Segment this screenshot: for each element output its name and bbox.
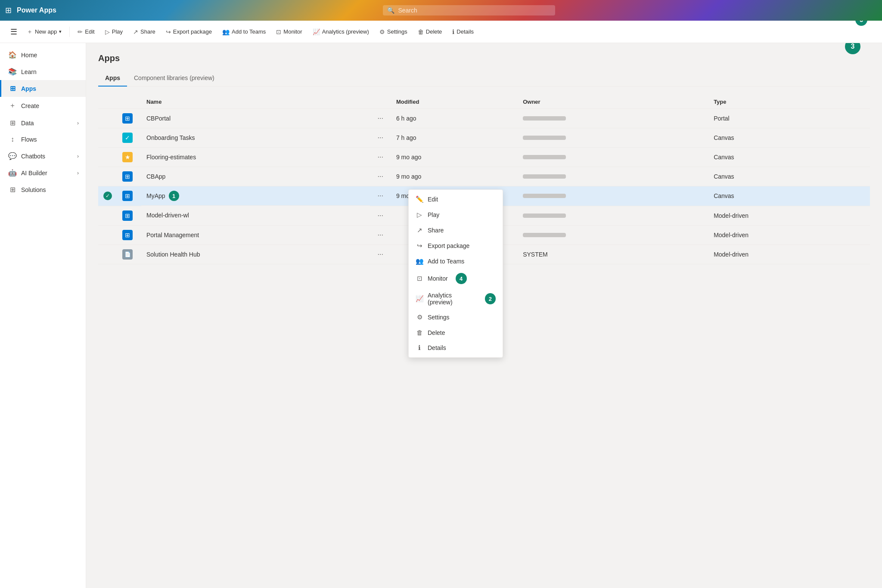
table-row[interactable]: ⊞ CBPortal ··· 6 h ago Portal	[98, 109, 870, 128]
col-more	[370, 95, 391, 109]
context-menu-details[interactable]: ℹ Details	[409, 340, 503, 356]
col-type[interactable]: Type	[708, 95, 870, 109]
row-check	[98, 109, 117, 128]
table-row[interactable]: ⊞ CBApp ··· 9 mo ago Canvas	[98, 167, 870, 186]
selected-check-icon: ✓	[103, 192, 112, 200]
export-menu-icon: ↪	[416, 242, 423, 250]
flows-icon: ↕	[8, 136, 17, 143]
share-button[interactable]: ↗ Share	[129, 26, 160, 38]
row-name[interactable]: Portal Management	[141, 225, 370, 244]
settings-button[interactable]: ⚙ Settings	[375, 26, 412, 38]
analytics-button[interactable]: 📈 Analytics (preview)	[308, 26, 373, 38]
sidebar-item-learn[interactable]: 📚 Learn	[0, 63, 86, 80]
row-more-button[interactable]: ···	[375, 152, 386, 162]
add-to-teams-button[interactable]: 👥 Add to Teams	[218, 26, 270, 38]
col-modified[interactable]: Modified	[391, 95, 518, 109]
play-button[interactable]: ▷ Play	[101, 26, 127, 38]
row-icon: ⊞	[117, 186, 141, 206]
badge-3-content: 3	[845, 43, 860, 54]
row-icon: ⊞	[117, 225, 141, 244]
sidebar-item-solutions[interactable]: ⊞ Solutions	[0, 181, 86, 198]
row-name[interactable]: CBPortal	[141, 109, 370, 128]
ai-builder-icon: 🤖	[8, 169, 17, 177]
owner-blurred	[523, 155, 566, 159]
row-name[interactable]: MyApp 1	[141, 186, 370, 206]
row-more-button[interactable]: ···	[375, 191, 386, 201]
table-row[interactable]: ★ Flooring-estimates ··· 9 mo ago Canvas	[98, 148, 870, 167]
sidebar-item-flows[interactable]: ↕ Flows	[0, 131, 86, 148]
tab-apps[interactable]: Apps	[98, 70, 127, 87]
col-owner[interactable]: Owner	[518, 95, 708, 109]
context-menu-export[interactable]: ↪ Export package	[409, 238, 503, 254]
row-icon: ⊞	[117, 167, 141, 186]
export-package-button[interactable]: ↪ Export package	[161, 26, 216, 38]
sidebar-label-solutions: Solutions	[21, 186, 46, 193]
play-icon: ▷	[105, 28, 110, 35]
col-icon	[117, 95, 141, 109]
details-menu-icon: ℹ	[416, 344, 423, 352]
row-name[interactable]: Solution Health Hub	[141, 244, 370, 264]
sidebar-item-create[interactable]: ＋ Create	[0, 97, 86, 115]
chatbots-chevron-icon: ›	[77, 153, 79, 159]
monitor-button[interactable]: ⊡ Monitor	[272, 26, 306, 38]
analytics-menu-icon: 📈	[416, 295, 423, 303]
row-check	[98, 206, 117, 225]
table-row[interactable]: ✓ Onboarding Tasks ··· 7 h ago Canvas	[98, 128, 870, 148]
row-more-button[interactable]: ···	[375, 172, 386, 181]
new-app-button[interactable]: ＋ New app ▾	[22, 25, 66, 38]
row-owner	[518, 148, 708, 167]
row-more-button[interactable]: ···	[375, 133, 386, 142]
row-more-button[interactable]: ···	[375, 250, 386, 259]
row-more-button[interactable]: ···	[375, 211, 386, 220]
row-more-button[interactable]: ···	[375, 114, 386, 123]
row-check	[98, 128, 117, 148]
col-name[interactable]: Name	[141, 95, 370, 109]
tab-component-libraries[interactable]: Component libraries (preview)	[127, 70, 221, 87]
row-check: ✓	[98, 186, 117, 206]
row-name[interactable]: Flooring-estimates	[141, 148, 370, 167]
context-menu-details-label: Details	[428, 344, 446, 351]
context-menu-analytics[interactable]: 📈 Analytics (preview) 2	[409, 288, 503, 309]
row-owner	[518, 206, 708, 225]
context-menu-play[interactable]: ▷ Play	[409, 207, 503, 223]
context-menu-play-label: Play	[428, 211, 439, 218]
context-menu-settings[interactable]: ⚙ Settings	[409, 309, 503, 325]
owner-blurred	[523, 233, 566, 237]
row-icon: ✓	[117, 128, 141, 148]
waffle-icon[interactable]: ⊞	[5, 6, 12, 15]
row-icon: ★	[117, 148, 141, 167]
app-type-icon: ⊞	[122, 230, 133, 240]
create-icon: ＋	[8, 101, 17, 110]
row-name[interactable]: CBApp	[141, 167, 370, 186]
edit-icon: ✏	[78, 28, 83, 35]
context-menu-monitor[interactable]: ⊡ Monitor 4	[409, 269, 503, 288]
owner-blurred	[523, 194, 566, 198]
sidebar-item-apps[interactable]: ⊞ Apps	[0, 80, 86, 97]
hamburger-icon[interactable]: ☰	[7, 24, 21, 40]
solutions-icon: ⊞	[8, 186, 17, 194]
app-type-icon: ⊞	[122, 191, 133, 201]
context-menu-delete[interactable]: 🗑 Delete	[409, 325, 503, 340]
sidebar-label-apps: Apps	[21, 85, 36, 92]
share-menu-icon: ↗	[416, 226, 423, 234]
delete-button[interactable]: 🗑 Delete	[413, 26, 447, 38]
context-menu: ✏️ Edit ▷ Play ↗ Share ↪ Export package …	[408, 189, 503, 358]
row-name[interactable]: Onboarding Tasks	[141, 128, 370, 148]
sidebar-item-home[interactable]: 🏠 Home	[0, 46, 86, 63]
sidebar-item-chatbots[interactable]: 💬 Chatbots ›	[0, 148, 86, 164]
sidebar-label-home: Home	[21, 52, 37, 59]
row-owner	[518, 186, 708, 206]
owner-blurred	[523, 116, 566, 121]
context-menu-edit[interactable]: ✏️ Edit	[409, 192, 503, 207]
details-button[interactable]: ℹ Details	[448, 26, 478, 38]
context-menu-add-teams[interactable]: 👥 Add to Teams	[409, 254, 503, 269]
row-name[interactable]: Model-driven-wl	[141, 206, 370, 225]
row-icon: ⊞	[117, 109, 141, 128]
context-menu-share[interactable]: ↗ Share	[409, 223, 503, 238]
sidebar-item-data[interactable]: ⊞ Data ›	[0, 115, 86, 131]
context-menu-teams-label: Add to Teams	[428, 258, 464, 265]
row-more-button[interactable]: ···	[375, 230, 386, 240]
row-type: Portal	[708, 109, 870, 128]
sidebar-item-ai-builder[interactable]: 🤖 AI Builder ›	[0, 164, 86, 181]
edit-button[interactable]: ✏ Edit	[73, 26, 99, 38]
